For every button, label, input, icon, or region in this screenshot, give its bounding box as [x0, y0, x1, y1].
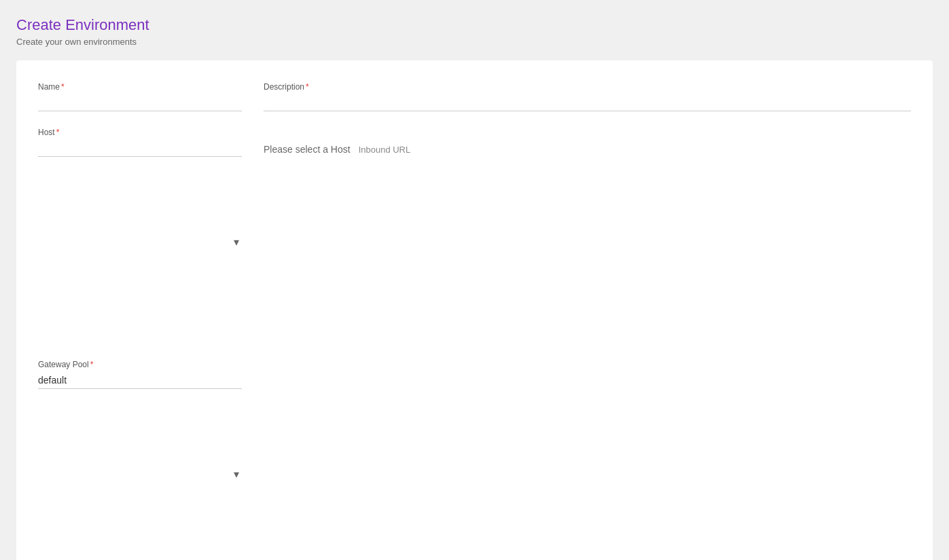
description-input[interactable] — [264, 94, 911, 111]
name-input[interactable] — [38, 94, 242, 111]
description-label: Description* — [264, 82, 911, 92]
gateway-pool-label: Gateway Pool* — [38, 360, 242, 369]
host-label: Host* — [38, 128, 242, 137]
page-title: Create Environment — [16, 16, 933, 34]
page-subtitle: Create your own environments — [16, 37, 933, 47]
form-card: Name* Description* Host* — [16, 60, 933, 560]
host-dropdown-arrow: ▾ — [234, 236, 239, 248]
gateway-pool-dropdown-arrow: ▾ — [234, 468, 239, 481]
inbound-url-label: Inbound URL — [359, 145, 411, 155]
name-label: Name* — [38, 82, 242, 92]
host-placeholder-text: Please select a Host — [264, 144, 351, 155]
host-select[interactable] — [38, 140, 242, 157]
host-select-wrapper: ▾ — [38, 140, 242, 343]
gateway-pool-select[interactable]: default — [38, 372, 242, 389]
gateway-pool-select-wrapper: default ▾ — [38, 372, 242, 560]
